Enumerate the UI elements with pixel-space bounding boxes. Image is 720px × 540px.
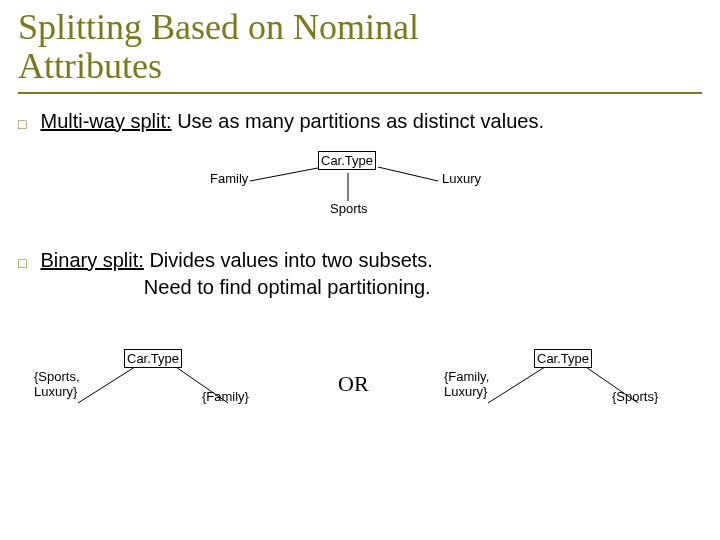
title-underline <box>18 92 702 94</box>
bullet-binary: □ Binary split: Divides values into two … <box>18 247 702 301</box>
or-label: OR <box>338 371 369 397</box>
bullet-icon: □ <box>18 254 26 273</box>
bullet-rest-a: Divides values into two subsets. <box>144 249 433 271</box>
bullet-text: Multi-way split: Use as many partitions … <box>40 108 702 135</box>
tree-leaf-family: Family <box>210 171 248 186</box>
tree-leaf-b-right: {Sports} <box>612 389 658 404</box>
title-line-2: Attributes <box>18 46 162 86</box>
slide-title: Splitting Based on Nominal Attributes <box>18 8 702 86</box>
bullet-attr: Multi-way split: <box>40 110 171 132</box>
bullet-multiway: □ Multi-way split: Use as many partition… <box>18 108 702 135</box>
svg-line-0 <box>250 167 323 181</box>
tree-leaf-b-left: {Family, Luxury} <box>444 369 489 399</box>
bullet-attr: Binary split: <box>40 249 143 271</box>
binary-trees: Car.Type {Sports, Luxury} {Family} OR Ca… <box>18 325 702 445</box>
svg-line-5 <box>488 365 548 403</box>
tree-node-cartype: Car.Type <box>318 151 376 170</box>
tree-leaf-a-right: {Family} <box>202 389 249 404</box>
bullet-rest: Use as many partitions as distinct value… <box>172 110 544 132</box>
tree-leaf-sports: Sports <box>330 201 368 216</box>
bullet-rest-b: Need to find optimal partitioning. <box>144 276 431 298</box>
multiway-tree: Car.Type Family Sports Luxury <box>18 145 702 235</box>
slide: Splitting Based on Nominal Attributes □ … <box>0 0 720 445</box>
tree-leaf-a-left: {Sports, Luxury} <box>34 369 80 399</box>
svg-line-3 <box>78 365 138 403</box>
tree-node-cartype-a: Car.Type <box>124 349 182 368</box>
bullet-text: Binary split: Divides values into two su… <box>40 247 702 301</box>
svg-line-2 <box>378 167 438 181</box>
bullet-icon: □ <box>18 115 26 134</box>
tree-leaf-luxury: Luxury <box>442 171 481 186</box>
tree-node-cartype-b: Car.Type <box>534 349 592 368</box>
title-line-1: Splitting Based on Nominal <box>18 7 419 47</box>
